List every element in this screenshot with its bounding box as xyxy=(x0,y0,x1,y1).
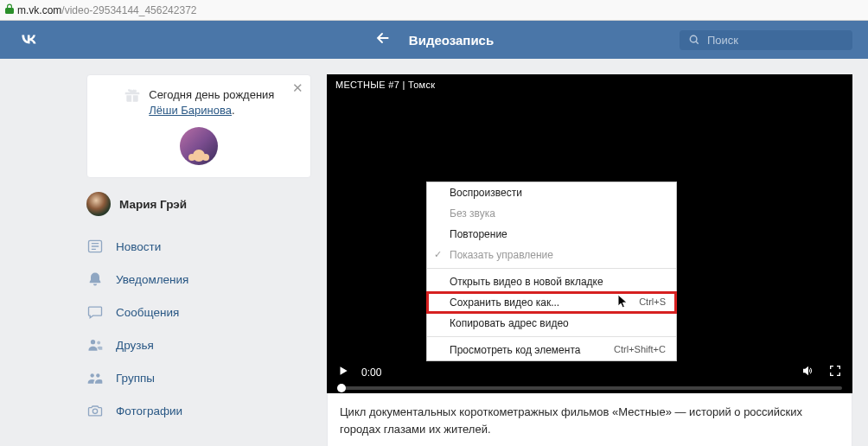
ctx-mute[interactable]: Без звука xyxy=(427,203,676,224)
volume-icon[interactable] xyxy=(801,363,816,381)
topbar: Видеозапись Поиск xyxy=(0,21,868,59)
message-icon xyxy=(86,303,104,321)
nav-photos[interactable]: Фотографии xyxy=(86,394,311,427)
bell-icon xyxy=(86,271,104,288)
birthday-card: ✕ Сегодня день рождения Лёши Баринова. xyxy=(86,74,311,178)
progress-thumb[interactable] xyxy=(337,384,346,392)
separator xyxy=(427,268,676,269)
check-icon: ✓ xyxy=(434,249,442,260)
context-menu: Воспроизвести Без звука Повторение ✓Пока… xyxy=(426,182,677,361)
nav-groups[interactable]: Группы xyxy=(86,361,311,394)
news-icon xyxy=(86,238,104,255)
profile-name: Мария Грэй xyxy=(119,198,187,211)
video-controls: 0:00 xyxy=(327,357,852,393)
play-icon[interactable] xyxy=(337,365,349,379)
vk-logo-icon[interactable] xyxy=(16,32,41,48)
close-icon[interactable]: ✕ xyxy=(292,80,303,96)
groups-icon xyxy=(86,369,104,386)
lock-icon xyxy=(5,3,14,16)
content: ✕ Сегодня день рождения Лёши Баринова. М… xyxy=(0,59,868,446)
ctx-play[interactable]: Воспроизвести xyxy=(427,182,676,203)
video-title: МЕСТНЫЕ #7 | Томск xyxy=(327,74,852,95)
svg-point-6 xyxy=(93,410,97,414)
fullscreen-icon[interactable] xyxy=(828,364,842,380)
video-description: Цикл документальных короткометражных фил… xyxy=(327,393,852,446)
birthday-line1: Сегодня день рождения xyxy=(149,88,274,101)
url-path: /video-29534144_456242372 xyxy=(61,4,196,16)
separator xyxy=(427,336,676,337)
video-player[interactable]: Воспроизвести Без звука Повторение ✓Пока… xyxy=(327,95,852,393)
profile-avatar xyxy=(86,192,111,216)
svg-point-5 xyxy=(96,374,99,378)
address-bar[interactable]: m.vk.com/video-29534144_456242372 xyxy=(0,0,868,21)
right-column: МЕСТНЫЕ #7 | Томск Воспроизвести Без зву… xyxy=(327,74,852,446)
svg-point-2 xyxy=(91,340,95,344)
birthday-name-link[interactable]: Лёши Баринова xyxy=(149,104,232,117)
nav-messages[interactable]: Сообщения xyxy=(86,296,311,328)
gift-icon xyxy=(124,87,141,107)
ctx-open-new-tab[interactable]: Открыть видео в новой вкладке xyxy=(427,271,676,292)
svg-point-0 xyxy=(690,35,697,42)
video-time: 0:00 xyxy=(361,366,381,379)
profile-link[interactable]: Мария Грэй xyxy=(86,190,311,218)
nav-notifications[interactable]: Уведомления xyxy=(86,263,311,296)
camera-icon xyxy=(86,402,104,419)
search-placeholder: Поиск xyxy=(707,34,738,47)
ctx-loop[interactable]: Повторение xyxy=(427,224,676,245)
ctx-copy-address[interactable]: Копировать адрес видео xyxy=(427,313,676,334)
nav-friends[interactable]: Друзья xyxy=(86,328,311,361)
left-column: ✕ Сегодня день рождения Лёши Баринова. М… xyxy=(86,74,311,427)
topbar-center: Видеозапись xyxy=(374,29,494,51)
ctx-show-controls[interactable]: ✓Показать управление xyxy=(427,245,676,265)
nav-news[interactable]: Новости xyxy=(86,230,311,263)
back-arrow-icon[interactable] xyxy=(374,29,392,51)
search-icon xyxy=(688,34,700,46)
friends-icon xyxy=(86,336,104,354)
page-title: Видеозапись xyxy=(409,33,494,48)
progress-bar[interactable] xyxy=(337,386,842,390)
svg-point-3 xyxy=(97,341,100,345)
birthday-avatar[interactable] xyxy=(180,127,218,165)
search-input[interactable]: Поиск xyxy=(680,30,852,50)
nav: Новости Уведомления Сообщения Друзья Гру… xyxy=(86,230,311,427)
ctx-save-as[interactable]: Сохранить видео как...Ctrl+S xyxy=(427,292,676,313)
svg-point-4 xyxy=(91,374,94,378)
url-host: m.vk.com xyxy=(17,4,61,16)
